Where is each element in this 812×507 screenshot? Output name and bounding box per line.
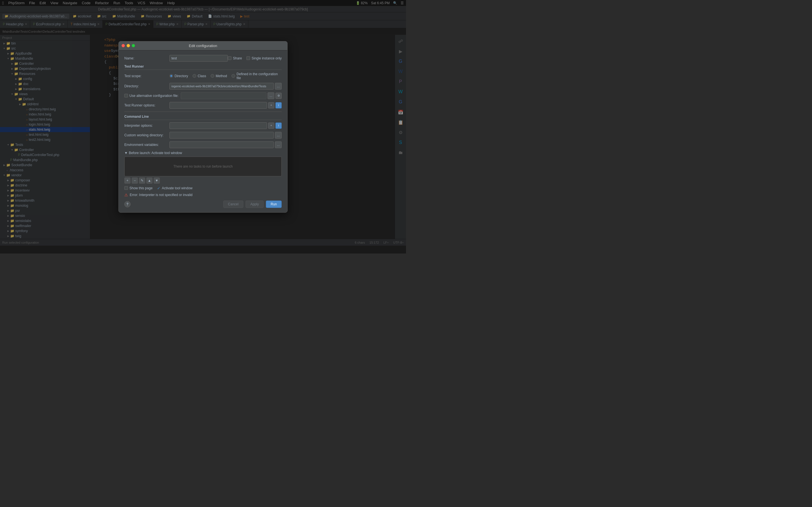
dialog-buttons: ? Cancel Apply Run (124, 201, 282, 208)
test-runner-options-label: Test Runner options: (124, 103, 169, 107)
directory-label: Directory: (124, 84, 169, 88)
minimize-button[interactable] (126, 44, 130, 47)
name-row: Name: Share Single instance only (124, 55, 282, 62)
single-instance-checkbox-label[interactable]: Single instance only (246, 56, 282, 60)
test-runner-add-icon[interactable]: + (268, 102, 274, 108)
before-launch-toolbar: + − ✎ ▲ ▼ (124, 177, 282, 184)
scope-directory-radio[interactable] (169, 74, 173, 78)
share-checkbox-label[interactable]: Share (228, 56, 242, 60)
error-row: ⚠ Error: Interpreter is not specified or… (124, 193, 282, 197)
browse-directory-button[interactable]: … (275, 83, 282, 90)
before-launch-down-button[interactable]: ▼ (154, 177, 160, 184)
interpreter-options-label: Interpreter options: (124, 124, 169, 128)
before-launch-label: Before launch: Activate tool window (129, 151, 182, 155)
alt-config-row: Use alternative configuration file: … ⚙ (124, 93, 282, 99)
alt-config-settings-icon[interactable]: ⚙ (275, 93, 282, 99)
error-icon: ⚠ (124, 193, 128, 197)
before-launch-up-button[interactable]: ▲ (146, 177, 153, 184)
scope-method-label: Method (216, 74, 227, 78)
directory-input[interactable] (169, 83, 274, 90)
window-buttons (121, 44, 135, 47)
test-runner-section-label: Test Runner (124, 64, 282, 70)
show-page-checkbox-label[interactable]: Show this page (124, 186, 153, 190)
single-instance-checkbox[interactable] (246, 56, 250, 60)
bottom-options: Show this page ✓ Activate tool window (124, 186, 282, 190)
alt-config-checkbox-label[interactable]: Use alternative configuration file: (124, 94, 179, 98)
scope-class-radio-label[interactable]: Class (193, 74, 206, 78)
before-launch-edit-button[interactable]: ✎ (139, 177, 145, 184)
scope-class-radio[interactable] (193, 74, 196, 78)
scope-configfile-radio[interactable] (232, 74, 235, 78)
name-label: Name: (124, 56, 169, 60)
env-vars-row: Environment variables: … (124, 142, 282, 148)
test-runner-options-input-row: + i (169, 102, 282, 109)
interpreter-info-icon[interactable]: i (275, 122, 282, 129)
apply-button[interactable]: Apply (246, 201, 264, 208)
scope-radio-group: Directory Class Method Defined in the co… (169, 72, 282, 80)
share-checkbox[interactable] (228, 56, 232, 60)
scope-configfile-label: Defined in the configuration file (237, 72, 282, 80)
share-options: Share Single instance only (228, 56, 282, 60)
custom-working-dir-label: Custom working directory: (124, 133, 169, 137)
activate-tool-window-checkbox-label[interactable]: ✓ Activate tool window (157, 186, 193, 190)
modal-overlay: Edit configuration Name: Share Single in… (0, 0, 406, 253)
modal-body: Name: Share Single instance only Test Ru… (119, 50, 287, 212)
test-runner-info-icon[interactable]: i (275, 102, 282, 108)
browse-working-dir-button[interactable]: … (275, 132, 282, 138)
scope-configfile-radio-label[interactable]: Defined in the configuration file (232, 72, 282, 80)
scope-method-radio[interactable] (211, 74, 214, 78)
modal-titlebar: Edit configuration (119, 41, 287, 50)
custom-working-dir-input[interactable] (169, 132, 274, 138)
env-vars-input-row: … (169, 142, 282, 148)
before-launch-section: ▼ Before launch: Activate tool window Th… (124, 151, 282, 184)
single-instance-label: Single instance only (252, 56, 282, 60)
alt-config-checkbox[interactable] (124, 94, 128, 98)
interpreter-add-icon[interactable]: + (268, 122, 274, 129)
before-launch-add-button[interactable]: + (124, 177, 131, 184)
scope-method-radio-label[interactable]: Method (211, 74, 227, 78)
close-button[interactable] (121, 44, 125, 47)
alt-config-label: Use alternative configuration file: (130, 94, 179, 98)
env-vars-input[interactable] (169, 142, 274, 148)
show-page-checkbox[interactable] (124, 186, 128, 190)
scope-directory-radio-label[interactable]: Directory (169, 74, 188, 78)
run-button[interactable]: Run (266, 201, 282, 208)
interpreter-options-input-row: + i (169, 122, 282, 129)
test-scope-label: Test scope: (124, 74, 169, 78)
maximize-button[interactable] (132, 44, 135, 47)
before-launch-empty-area: There are no tasks to run before launch (124, 157, 282, 176)
modal-title: Edit configuration (189, 44, 217, 48)
interpreter-options-row: Interpreter options: + i (124, 122, 282, 129)
share-label: Share (233, 56, 242, 60)
directory-input-row: … (169, 83, 282, 90)
alt-config-input[interactable] (181, 93, 266, 99)
cancel-button[interactable]: Cancel (223, 201, 243, 208)
interpreter-options-input[interactable] (169, 122, 267, 129)
browse-env-vars-button[interactable]: … (275, 142, 282, 148)
custom-working-dir-input-row: … (169, 132, 282, 138)
test-runner-options-row: Test Runner options: + i (124, 102, 282, 109)
custom-working-dir-row: Custom working directory: … (124, 132, 282, 138)
before-launch-header[interactable]: ▼ Before launch: Activate tool window (124, 151, 282, 155)
browse-alt-config-button[interactable]: … (267, 93, 274, 99)
command-line-section-label: Command Line (124, 115, 282, 120)
env-vars-label: Environment variables: (124, 143, 169, 147)
directory-row: Directory: … (124, 83, 282, 90)
scope-class-label: Class (198, 74, 206, 78)
before-launch-empty-text: There are no tasks to run before launch (173, 165, 233, 168)
collapse-icon: ▼ (124, 151, 128, 155)
error-message: Error: Interpreter is not specified or i… (130, 193, 193, 197)
help-button[interactable]: ? (124, 201, 131, 207)
test-scope-row: Test scope: Directory Class Method (124, 72, 282, 80)
show-page-label: Show this page (130, 186, 153, 190)
alt-config-input-row: … ⚙ (181, 93, 282, 99)
activate-tool-window-label: Activate tool window (162, 186, 193, 190)
edit-configuration-dialog: Edit configuration Name: Share Single in… (118, 41, 288, 213)
test-runner-options-input[interactable] (169, 102, 267, 109)
activate-tool-window-checkbox[interactable]: ✓ (157, 186, 160, 190)
before-launch-remove-button[interactable]: − (132, 177, 138, 184)
scope-directory-label: Directory (174, 74, 188, 78)
name-input[interactable] (169, 55, 228, 62)
